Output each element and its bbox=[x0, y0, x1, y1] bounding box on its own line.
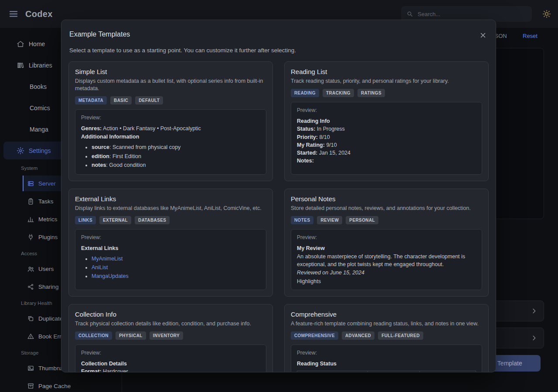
field-value: 9/10 bbox=[326, 142, 337, 148]
sidebar-item-label: Libraries bbox=[29, 62, 52, 69]
template-card-reading-list[interactable]: Reading List Track reading status, prior… bbox=[284, 61, 489, 181]
tag: COMPREHENSIVE bbox=[291, 331, 338, 340]
tag: RATINGS bbox=[357, 89, 385, 97]
preview-table: Status Rating Priority Completed 9/10 10 bbox=[297, 371, 476, 372]
review-text: An absolute masterpiece of storytelling.… bbox=[297, 253, 476, 268]
sidebar-item-label: Sharing bbox=[38, 284, 59, 290]
sidebar-item-label: Books bbox=[30, 83, 47, 90]
template-card-comprehensive[interactable]: Comprehensive A feature-rich template co… bbox=[284, 304, 489, 372]
list-item: MangaUpdates bbox=[92, 272, 260, 280]
list-item: edition: First Edition bbox=[92, 152, 260, 160]
sidebar-item-label: Plugins bbox=[38, 234, 58, 240]
sidebar-item-label: Tasks bbox=[38, 198, 54, 205]
preview-label: Preview: bbox=[81, 234, 260, 241]
field-label: Status: bbox=[297, 126, 315, 132]
tag: PERSONAL bbox=[346, 216, 378, 224]
modal-subtitle: Select a template to use as a starting p… bbox=[68, 47, 489, 54]
preview-heading: Collection Details bbox=[81, 360, 260, 368]
preview-line: Status: In Progress bbox=[297, 125, 476, 133]
field-label: Format: bbox=[81, 368, 102, 372]
tag-list: COLLECTION PHYSICAL INVENTORY bbox=[75, 331, 266, 340]
card-description: Track reading status, priority, and pers… bbox=[291, 78, 482, 85]
template-preview: Preview: Reading Status Status Rating Pr… bbox=[291, 345, 482, 372]
card-title: Comprehensive bbox=[291, 311, 482, 318]
external-link[interactable]: AniList bbox=[92, 264, 108, 270]
users-icon bbox=[27, 265, 35, 273]
example-templates-modal: Example Templates Select a template to u… bbox=[61, 20, 496, 372]
template-card-external-links[interactable]: External Links Display links to external… bbox=[68, 189, 273, 297]
menu-button[interactable] bbox=[9, 9, 18, 19]
tag: NOTES bbox=[291, 216, 313, 224]
close-icon bbox=[479, 31, 487, 39]
card-description: Store detailed personal notes, reviews, … bbox=[291, 205, 482, 212]
preview-link-list: MyAnimeList AniList MangaUpdates bbox=[81, 255, 260, 280]
template-card-personal-notes[interactable]: Personal Notes Store detailed personal n… bbox=[284, 189, 489, 297]
close-button[interactable] bbox=[478, 30, 488, 40]
template-card-collection-info[interactable]: Collection Info Track physical collectio… bbox=[68, 304, 273, 372]
card-title: External Links bbox=[75, 195, 266, 203]
tag-list: READING TRACKING RATINGS bbox=[291, 89, 482, 97]
chart-icon bbox=[27, 216, 35, 223]
reset-button[interactable]: Reset bbox=[523, 33, 538, 39]
tag: PHYSICAL bbox=[116, 331, 146, 340]
card-title: Reading List bbox=[291, 68, 482, 75]
field-value: Jan 15, 2024 bbox=[319, 150, 350, 156]
card-description: Displays custom metadata as a bullet lis… bbox=[75, 78, 266, 92]
card-description: Track physical collection details like e… bbox=[75, 320, 266, 328]
preview-heading: Reading Status bbox=[297, 360, 476, 368]
list-item: source: Scanned from physical copy bbox=[92, 143, 260, 151]
preview-label: Preview: bbox=[297, 349, 476, 357]
template-grid: Simple List Displays custom metadata as … bbox=[68, 61, 489, 372]
card-description: A feature-rich template combining readin… bbox=[291, 320, 482, 328]
tag: COLLECTION bbox=[75, 331, 112, 340]
review-date: Reviewed on June 15, 2024 bbox=[297, 269, 476, 277]
field-value: Hardcover bbox=[103, 368, 128, 372]
template-preview: Preview: My Review An absolute masterpie… bbox=[291, 229, 482, 290]
clipboard-icon bbox=[27, 198, 35, 205]
field-label: Started: bbox=[297, 150, 317, 156]
external-link[interactable]: MyAnimeList bbox=[92, 256, 123, 262]
gear-icon bbox=[17, 147, 24, 155]
app-title: Codex bbox=[25, 9, 53, 19]
tag-list: LINKS EXTERNAL DATABASES bbox=[75, 216, 266, 224]
server-icon bbox=[27, 180, 35, 187]
list-item: MyAnimeList bbox=[92, 255, 260, 263]
field-label: Priority: bbox=[297, 134, 318, 140]
copy-icon bbox=[27, 315, 35, 322]
column-header: Priority bbox=[420, 371, 476, 372]
field-label: notes bbox=[92, 162, 106, 168]
preview-label: Preview: bbox=[81, 114, 260, 122]
field-value: : Good condition bbox=[106, 162, 146, 168]
preview-line: Format: Hardcover bbox=[81, 368, 260, 372]
external-link[interactable]: MangaUpdates bbox=[92, 273, 129, 279]
theme-toggle-button[interactable] bbox=[542, 10, 551, 18]
column-header: Rating bbox=[368, 371, 420, 372]
sidebar-item-label: Comics bbox=[30, 105, 50, 112]
sidebar-item-label: Page Cache bbox=[38, 383, 71, 389]
sidebar-item-label: Server bbox=[38, 180, 56, 187]
column-header: Status bbox=[297, 371, 368, 372]
library-icon bbox=[17, 61, 24, 69]
card-title: Personal Notes bbox=[291, 195, 482, 203]
template-card-simple-list[interactable]: Simple List Displays custom metadata as … bbox=[68, 61, 273, 181]
preview-line: My Rating: 9/10 bbox=[297, 141, 476, 149]
sidebar-item-label: Users bbox=[38, 266, 54, 272]
sidebar-item-label: Home bbox=[29, 41, 45, 47]
sidebar-item-page-cache[interactable]: Page Cache bbox=[23, 378, 118, 392]
table-header-row: Status Rating Priority bbox=[297, 371, 476, 372]
sidebar-item-label: Settings bbox=[29, 147, 51, 154]
tag-list: NOTES REVIEW PERSONAL bbox=[291, 216, 482, 224]
search-input[interactable] bbox=[417, 10, 527, 18]
archive-icon bbox=[27, 382, 35, 390]
template-preview: Preview: External Links MyAnimeList AniL… bbox=[75, 229, 266, 290]
hamburger-icon bbox=[9, 9, 18, 19]
field-label: Notes: bbox=[297, 158, 314, 164]
preview-line: Started: Jan 15, 2024 bbox=[297, 149, 476, 157]
card-description: Display links to external databases like… bbox=[75, 205, 266, 212]
sidebar-item-label: Manga bbox=[30, 126, 48, 133]
tag-list: COMPREHENSIVE ADVANCED FULL-FEATURED bbox=[291, 331, 482, 340]
preview-heading: Reading Info bbox=[297, 117, 476, 125]
tag-list: METADATA BASIC DEFAULT bbox=[75, 96, 266, 105]
list-item: AniList bbox=[92, 264, 260, 271]
tag: FULL-FEATURED bbox=[378, 331, 423, 340]
